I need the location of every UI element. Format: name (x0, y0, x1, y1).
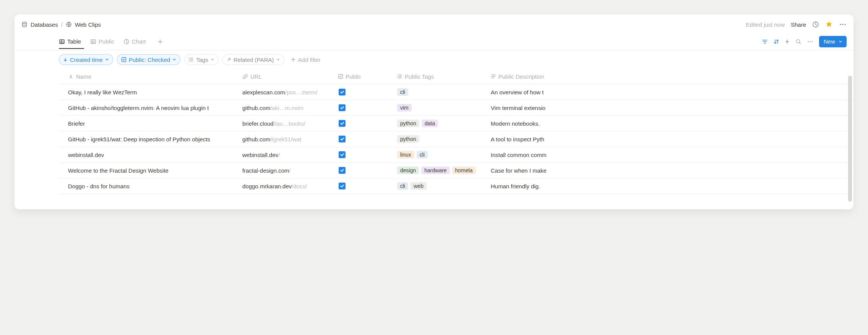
column-label: URL (250, 73, 262, 80)
checkbox-checked[interactable] (339, 136, 346, 142)
checkbox-checked[interactable] (339, 89, 346, 95)
table-row[interactable]: Okay, I really like WezTermalexplescan.c… (59, 84, 853, 100)
checkbox-checked[interactable] (339, 183, 346, 189)
cell-name[interactable]: Okay, I really like WezTerm (59, 89, 242, 95)
cell-public-tags[interactable]: vim (397, 104, 491, 112)
cell-public-tags[interactable]: pythondata (397, 120, 491, 127)
svg-rect-17 (339, 74, 343, 79)
cell-public-tags[interactable]: python (397, 135, 491, 143)
svg-point-3 (840, 24, 841, 25)
cell-name[interactable]: GitHub - akinsho/toggleterm.nvim: A neov… (59, 105, 242, 111)
cell-name[interactable]: webinstall.dev (59, 152, 242, 158)
chevron-down-icon (276, 58, 280, 61)
page-link[interactable]: GitHub - akinsho/toggleterm.nvim: A neov… (68, 105, 209, 111)
cell-public (338, 167, 397, 174)
page-link[interactable]: Welcome to the Fractal Design Website (68, 167, 169, 174)
breadcrumb-page[interactable]: Web Clips (75, 21, 101, 28)
add-filter-button[interactable]: Add filter (288, 57, 323, 63)
view-tab-table[interactable]: Table (59, 34, 84, 49)
page-link[interactable]: Briefer (68, 120, 85, 127)
svg-point-9 (796, 39, 800, 43)
cell-name[interactable]: Briefer (59, 120, 242, 127)
svg-point-10 (808, 41, 809, 42)
column-header-name[interactable]: Name (59, 73, 242, 80)
sort-pill-created-time[interactable]: Created time (59, 54, 113, 65)
checkbox-checked[interactable] (339, 167, 346, 174)
page-link[interactable]: webinstall.dev (68, 152, 104, 158)
search-icon[interactable] (795, 39, 801, 45)
arrow-down-icon (63, 57, 68, 62)
cell-public-tags[interactable]: cli (397, 88, 491, 96)
more-options-icon[interactable] (807, 38, 814, 45)
table-row[interactable]: Brieferbriefer.cloud/lau…books/pythondat… (59, 116, 853, 131)
checkbox-checked[interactable] (339, 104, 346, 111)
view-tab-public[interactable]: Public (90, 34, 117, 49)
cell-name[interactable]: Welcome to the Fractal Design Website (59, 167, 242, 174)
cell-public-tags[interactable]: cliweb (397, 182, 491, 190)
filter-icon[interactable] (762, 39, 768, 45)
table-row[interactable]: Welcome to the Fractal Design Websitefra… (59, 163, 853, 178)
list-icon (188, 57, 194, 62)
cell-public-description[interactable]: An overview of how t (491, 89, 853, 95)
column-header-url[interactable]: URL (242, 73, 338, 80)
column-label: Public Tags (405, 73, 434, 80)
cell-name[interactable]: Doggo - dns for humans (59, 183, 242, 189)
svg-point-18 (397, 74, 398, 75)
cell-public-description[interactable]: Modern notebooks. (491, 120, 853, 127)
checkbox-checked[interactable] (339, 151, 346, 158)
text-icon (491, 74, 496, 79)
share-button[interactable]: Share (791, 21, 806, 28)
cell-url[interactable]: github.com/igrek51/wat (242, 136, 338, 142)
favorite-star-icon[interactable] (825, 21, 833, 28)
automation-icon[interactable] (785, 39, 790, 45)
more-icon[interactable] (839, 21, 847, 28)
cell-public (338, 151, 397, 158)
updates-icon[interactable] (812, 21, 819, 28)
cell-public-description[interactable]: Case for when I make (491, 167, 853, 174)
filter-pill-tags[interactable]: Tags (184, 54, 219, 65)
breadcrumb-root[interactable]: Databases (31, 21, 58, 28)
page-link[interactable]: Doggo - dns for humans (68, 183, 130, 189)
cell-url[interactable]: webinstall.dev/ (242, 152, 338, 158)
page-link[interactable]: GitHub - igrek51/wat: Deep inspection of… (68, 136, 210, 142)
page-link[interactable]: Okay, I really like WezTerm (68, 89, 137, 95)
cell-public (338, 183, 397, 189)
sort-icon[interactable] (773, 39, 779, 45)
add-filter-label: Add filter (298, 57, 321, 63)
column-header-public-description[interactable]: Public Description (491, 73, 853, 80)
database-icon (21, 21, 28, 28)
tag: data (422, 120, 438, 127)
tag: cli (417, 151, 428, 159)
cell-url[interactable]: briefer.cloud/lau…books/ (242, 120, 338, 127)
table-row[interactable]: GitHub - igrek51/wat: Deep inspection of… (59, 131, 853, 147)
scrollbar-thumb[interactable] (848, 76, 852, 202)
cell-url[interactable]: alexplescan.com/pos…zterm/ (242, 89, 338, 95)
cell-url[interactable]: github.com/aki…m.nvim (242, 105, 338, 111)
view-tab-chart[interactable]: Chart (123, 34, 149, 49)
add-view-button[interactable] (155, 36, 165, 47)
table-row[interactable]: GitHub - akinsho/toggleterm.nvim: A neov… (59, 100, 853, 116)
column-header-public-tags[interactable]: Public Tags (397, 73, 491, 80)
filter-pill-public-checked[interactable]: Public: Checked (117, 54, 180, 65)
svg-point-5 (844, 24, 845, 25)
svg-point-11 (810, 41, 811, 42)
cell-public-description[interactable]: Install common comm (491, 152, 853, 158)
cell-public-description[interactable]: Vim terminal extensio (491, 105, 853, 111)
table-row[interactable]: Doggo - dns for humansdoggo.mrkaran.dev/… (59, 178, 853, 194)
topbar: Databases / Web Clips Edited just now Sh… (15, 15, 853, 33)
cell-public-tags[interactable]: linuxcli (397, 151, 491, 159)
cell-public-tags[interactable]: designhardwarehomela (397, 167, 491, 174)
cell-url[interactable]: doggo.mrkaran.dev/docs/ (242, 183, 338, 189)
table-icon (59, 39, 65, 45)
cell-url[interactable]: fractal-design.com/ (242, 167, 338, 174)
new-button[interactable]: New (819, 36, 847, 47)
cell-public (338, 104, 397, 111)
table-row[interactable]: webinstall.devwebinstall.dev/linuxcliIns… (59, 147, 853, 163)
cell-name[interactable]: GitHub - igrek51/wat: Deep inspection of… (59, 136, 242, 142)
cell-public-description[interactable]: A tool to inspect Pyth (491, 136, 853, 142)
checkbox-icon (121, 57, 127, 62)
cell-public-description[interactable]: Human friendly dig. (491, 183, 853, 189)
column-header-public[interactable]: Public (338, 73, 397, 80)
checkbox-checked[interactable] (339, 120, 346, 127)
filter-pill-related[interactable]: Related (PARA) (222, 54, 284, 65)
